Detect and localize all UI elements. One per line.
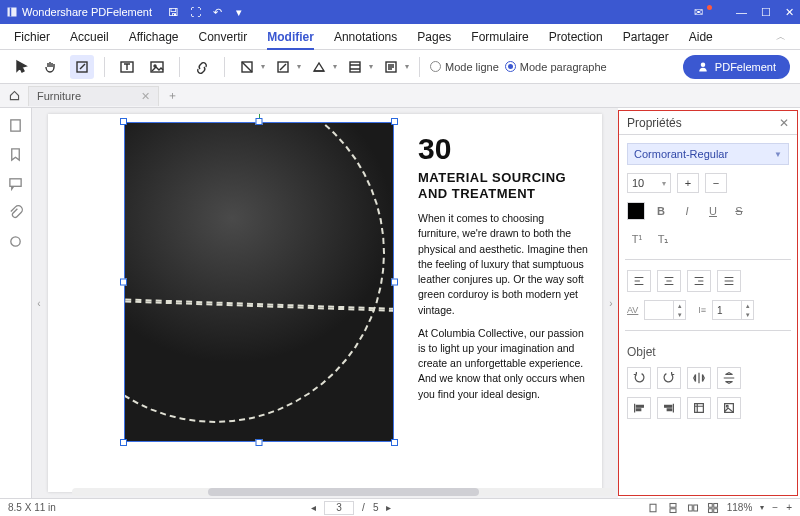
page-canvas[interactable]: ‹ 30 MATERIAL SOURCING AND T xyxy=(32,108,618,498)
view-single-icon[interactable] xyxy=(647,502,659,514)
zoom-out-button[interactable]: − xyxy=(772,502,778,513)
tab-add-button[interactable]: ＋ xyxy=(167,88,178,103)
flip-horizontal-button[interactable] xyxy=(687,367,711,389)
pdfelement-account-button[interactable]: PDFelement xyxy=(683,55,790,79)
strike-button[interactable]: S xyxy=(729,201,749,221)
replace-image-button[interactable] xyxy=(717,397,741,419)
close-button[interactable]: ✕ xyxy=(785,6,794,19)
align-right-button[interactable] xyxy=(687,270,711,292)
underline-button[interactable]: U xyxy=(703,201,723,221)
menu-protection[interactable]: Protection xyxy=(549,30,603,44)
mode-line-radio[interactable]: Mode ligne xyxy=(430,61,499,73)
page-next-icon[interactable]: ▸ xyxy=(386,502,391,513)
minimize-button[interactable]: ― xyxy=(736,6,747,18)
collapse-ribbon-icon[interactable]: ︿ xyxy=(776,30,786,44)
tab-furniture[interactable]: Furniture ✕ xyxy=(28,86,159,106)
menu-partager[interactable]: Partager xyxy=(623,30,669,44)
prev-page-gutter[interactable]: ‹ xyxy=(32,108,46,498)
edit-object-tool[interactable] xyxy=(70,55,94,79)
bookmarks-icon[interactable] xyxy=(8,147,23,162)
menu-aide[interactable]: Aide xyxy=(689,30,713,44)
font-size-decrease[interactable]: − xyxy=(705,173,727,193)
undo-icon[interactable]: ↶ xyxy=(210,6,224,19)
font-size-input[interactable]: 10▾ xyxy=(627,173,671,193)
menu-fichier[interactable]: Fichier xyxy=(14,30,50,44)
align-center-button[interactable] xyxy=(657,270,681,292)
bates-tool[interactable] xyxy=(379,55,403,79)
resize-handle-n[interactable] xyxy=(256,118,263,125)
menu-convertir[interactable]: Convertir xyxy=(199,30,248,44)
next-page-gutter[interactable]: › xyxy=(604,108,618,498)
attachments-icon[interactable] xyxy=(8,205,23,220)
crop-icon[interactable]: ⛶ xyxy=(188,6,202,19)
view-facing-icon[interactable] xyxy=(687,502,699,514)
align-left-button[interactable] xyxy=(627,270,651,292)
resize-handle-nw[interactable] xyxy=(120,118,127,125)
line-height-input[interactable]: 1▲▼ xyxy=(712,300,754,320)
mode-paragraph-radio[interactable]: Mode paragraphe xyxy=(505,61,607,73)
properties-close-icon[interactable]: ✕ xyxy=(779,116,789,130)
section-heading: MATERIAL SOURCING AND TREATMENT xyxy=(418,170,588,201)
superscript-button[interactable]: T¹ xyxy=(627,229,647,249)
view-grid-icon[interactable] xyxy=(707,502,719,514)
dropdown-icon[interactable]: ▾ xyxy=(232,6,246,19)
font-color-swatch[interactable] xyxy=(627,202,645,220)
flip-vertical-button[interactable] xyxy=(717,367,741,389)
select-tool[interactable] xyxy=(10,55,34,79)
shapes-icon[interactable] xyxy=(8,234,23,249)
resize-handle-s[interactable] xyxy=(256,439,263,446)
resize-handle-w[interactable] xyxy=(120,279,127,286)
font-family-select[interactable]: Cormorant-Regular ▼ xyxy=(627,143,789,165)
crop-tool[interactable] xyxy=(235,55,259,79)
align-obj-left-button[interactable] xyxy=(627,397,651,419)
status-bar: 8.5 X 11 in ◂ 3 /5 ▸ 118% ▾ − + xyxy=(0,498,800,516)
leather-image-placeholder xyxy=(124,122,394,442)
resize-handle-e[interactable] xyxy=(391,279,398,286)
svg-rect-0 xyxy=(8,8,17,17)
align-obj-right-button[interactable] xyxy=(657,397,681,419)
add-text-tool[interactable] xyxy=(115,55,139,79)
tab-home-icon[interactable] xyxy=(0,89,28,102)
zoom-in-button[interactable]: + xyxy=(786,502,792,513)
page-number-input[interactable]: 3 xyxy=(324,501,354,515)
align-justify-button[interactable] xyxy=(717,270,741,292)
menu-annotations[interactable]: Annotations xyxy=(334,30,397,44)
pdf-page[interactable]: 30 MATERIAL SOURCING AND TREATMENT When … xyxy=(48,114,602,492)
zoom-dropdown-icon[interactable]: ▾ xyxy=(760,503,764,512)
thumbnails-icon[interactable] xyxy=(8,118,23,133)
letter-spacing-input[interactable]: ▲▼ xyxy=(644,300,686,320)
menu-modifier[interactable]: Modifier xyxy=(267,30,314,44)
resize-handle-se[interactable] xyxy=(391,439,398,446)
selected-image[interactable] xyxy=(124,122,394,442)
horizontal-scrollbar[interactable] xyxy=(72,488,614,496)
tab-close-icon[interactable]: ✕ xyxy=(141,90,150,103)
rotate-ccw-button[interactable] xyxy=(627,367,651,389)
subscript-button[interactable]: T₁ xyxy=(653,229,673,249)
svg-rect-22 xyxy=(708,503,712,507)
view-continuous-icon[interactable] xyxy=(667,502,679,514)
resize-handle-ne[interactable] xyxy=(391,118,398,125)
page-prev-icon[interactable]: ◂ xyxy=(311,502,316,513)
svg-rect-24 xyxy=(708,508,712,512)
resize-handle-sw[interactable] xyxy=(120,439,127,446)
comments-icon[interactable] xyxy=(8,176,23,191)
hand-tool[interactable] xyxy=(40,55,64,79)
link-tool[interactable] xyxy=(190,55,214,79)
maximize-button[interactable]: ☐ xyxy=(761,6,771,19)
mail-icon[interactable]: ✉ xyxy=(694,6,703,19)
bold-button[interactable]: B xyxy=(651,201,671,221)
menu-pages[interactable]: Pages xyxy=(417,30,451,44)
background-tool[interactable] xyxy=(307,55,331,79)
italic-button[interactable]: I xyxy=(677,201,697,221)
menu-formulaire[interactable]: Formulaire xyxy=(471,30,528,44)
header-footer-tool[interactable] xyxy=(343,55,367,79)
add-image-tool[interactable] xyxy=(145,55,169,79)
font-size-increase[interactable]: + xyxy=(677,173,699,193)
menu-affichage[interactable]: Affichage xyxy=(129,30,179,44)
extract-image-button[interactable] xyxy=(687,397,711,419)
save-icon[interactable]: 🖫 xyxy=(166,6,180,19)
watermark-tool[interactable] xyxy=(271,55,295,79)
menu-accueil[interactable]: Accueil xyxy=(70,30,109,44)
rotate-cw-button[interactable] xyxy=(657,367,681,389)
zoom-value[interactable]: 118% xyxy=(727,502,753,513)
